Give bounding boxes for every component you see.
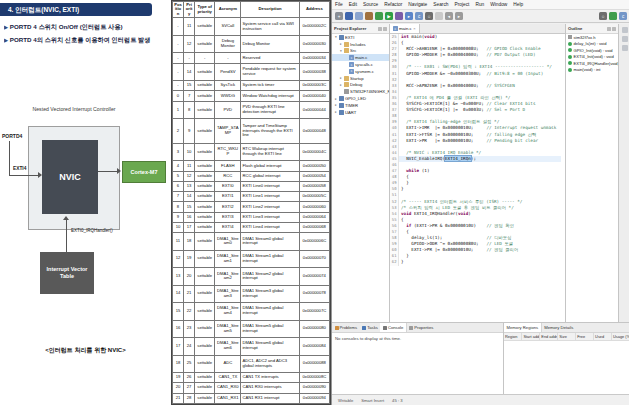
table-row: 1421settableDMA1_Stream3DMA1 Stream3 glo…: [173, 285, 330, 302]
tree-item-syscalls-c[interactable]: csyscalls.c: [332, 61, 389, 68]
search-icon[interactable]: ○: [425, 12, 433, 20]
memory-column-used[interactable]: Used: [594, 333, 612, 341]
restore-view-icon[interactable]: [622, 27, 628, 33]
build-icon[interactable]: [365, 12, 373, 20]
collapse-all-icon[interactable]: [378, 27, 382, 31]
toolbar-right: ○c: [599, 12, 627, 20]
memory-tab-bar: Memory RegionsMemory Details: [504, 323, 629, 333]
column-header: Type of priority: [195, 2, 215, 18]
editor-panel: c main.c × 25int main(void)26{27 RCC->AH…: [390, 24, 566, 322]
tree-item-sysmem-c[interactable]: csysmem.c: [332, 68, 389, 75]
menu-edit[interactable]: Edit: [346, 2, 360, 7]
menu-source[interactable]: Source: [360, 2, 381, 7]
tree-expander-icon[interactable]: ▸: [334, 103, 338, 107]
memory-column-size[interactable]: Size: [558, 333, 576, 341]
outline-item-main-void-int[interactable]: main(void) : int: [566, 67, 618, 74]
folder-icon: [344, 82, 349, 87]
tree-expander-icon[interactable]: ▸: [334, 97, 338, 101]
menu-project[interactable]: Project: [452, 2, 473, 7]
debug-icon[interactable]: [375, 12, 383, 20]
back-icon[interactable]: ◂: [445, 12, 453, 20]
save-icon[interactable]: [345, 12, 353, 20]
tree-expander-icon[interactable]: ▸: [339, 42, 343, 46]
tab-properties[interactable]: Properties: [407, 323, 436, 332]
menu-window[interactable]: Window: [487, 2, 510, 7]
tree-item-timer[interactable]: ▸TIMER: [332, 102, 389, 109]
filter-icon[interactable]: [612, 27, 616, 31]
step-icon[interactable]: ▸: [405, 12, 413, 20]
tab-problems[interactable]: Problems: [332, 323, 360, 332]
profile-icon[interactable]: [395, 12, 403, 20]
tab-memory-details[interactable]: Memory Details: [542, 323, 576, 332]
menu-run[interactable]: Run: [472, 2, 487, 7]
menu-refactor[interactable]: Refactor: [381, 2, 405, 7]
tab-memory-regions[interactable]: Memory Regions: [504, 323, 542, 332]
tree-item-label: UART: [345, 110, 356, 115]
view-menu-icon[interactable]: [383, 27, 387, 31]
tree-item-main-c[interactable]: cmain.c: [332, 54, 389, 61]
table-row: 1522settableDMA1_Stream4DMA1 Stream4 glo…: [173, 303, 330, 320]
table-row: 07settableWWDGWindow Watchdog interrupt0…: [173, 91, 330, 101]
fast-view-bar: [619, 24, 629, 322]
tree-item-uart[interactable]: ▸UART: [332, 109, 389, 116]
forward-icon[interactable]: ▸: [455, 12, 463, 20]
editor-tab-main-c[interactable]: c main.c ×: [390, 24, 420, 33]
portd-arrowhead-icon: [38, 172, 42, 178]
code-area[interactable]: 25int main(void)26{27 RCC->AHB1ENR |= 0x…: [390, 34, 561, 322]
new-wizard-icon[interactable]: +: [335, 12, 343, 20]
memory-column-usage[interactable]: Usage (%): [612, 333, 629, 341]
build-analyzer-icon[interactable]: [622, 36, 628, 42]
quick-access-search-icon[interactable]: ○: [599, 12, 607, 20]
tree-item-gpio-led[interactable]: ▸GPIO_LED: [332, 95, 389, 102]
table-header-row: PositionPriorityType of priorityAcronymD…: [173, 2, 330, 18]
save-all-icon[interactable]: [355, 12, 363, 20]
cfile-icon: c: [349, 55, 354, 60]
table-row: 1320settableDMA1_Stream2DMA1 Stream2 glo…: [173, 268, 330, 285]
tree-expander-icon[interactable]: ▸: [339, 83, 343, 87]
memory-column-start-address[interactable]: Start address: [522, 333, 540, 341]
tree-item-stm32f746nghx-flash-ld[interactable]: STM32F746NGHX_FLASH.ld: [332, 88, 389, 95]
memory-column-free[interactable]: Free: [576, 333, 594, 341]
menu-search[interactable]: Search: [430, 2, 451, 7]
table-row: -14settablePendSVPendable request for sy…: [173, 63, 330, 80]
table-row: 1825settableADCADC1, ADC2 and ADC3 globa…: [173, 355, 330, 372]
column-header: Position: [173, 2, 184, 18]
menu-navigate[interactable]: Navigate: [405, 2, 430, 7]
tree-expander-icon[interactable]: ▸: [339, 76, 343, 80]
run-icon[interactable]: ▶: [385, 12, 393, 20]
memory-column-region[interactable]: Region: [504, 333, 522, 341]
tree-item-exti[interactable]: ▾EXTI: [332, 34, 389, 41]
tree-item-src[interactable]: ▾Src: [332, 48, 389, 55]
c-cpp-perspective-icon[interactable]: c: [619, 12, 627, 20]
code-line[interactable]: 31 GPIOD->MODER &= ~0x00000300U; // Bit9…: [390, 71, 561, 77]
new-cpp-icon[interactable]: c: [415, 12, 423, 20]
debug-perspective-icon[interactable]: [609, 12, 617, 20]
outline-item-exti4-init-void-void[interactable]: EXTI4_Init(void) : void: [566, 54, 618, 61]
annotation-icon[interactable]: [435, 12, 443, 20]
column-header: Address: [299, 2, 329, 18]
close-tab-icon[interactable]: ×: [413, 26, 415, 31]
tree-item-startup[interactable]: ▸Startup: [332, 75, 389, 82]
tree-item-debug[interactable]: ▸Debug: [332, 82, 389, 89]
tree-expander-icon[interactable]: ▸: [334, 110, 338, 114]
table-row: -15settableSysTickSystem tick timer0x000…: [173, 81, 330, 91]
function-icon: [568, 61, 572, 65]
file-icon: [344, 89, 349, 94]
outline-item-exti4-irqhandler-void-void[interactable]: EXTI4_IRQHandler(void) : void: [566, 60, 618, 67]
menu-file[interactable]: File: [332, 2, 346, 7]
code-line[interactable]: 42 EXTI->PR |= 0x00000010U; // Pending b…: [390, 138, 561, 144]
outline-item-gpio-init-void-void[interactable]: GPIO_Init(void) : void: [566, 47, 618, 54]
memory-column-end-address[interactable]: End address: [540, 333, 558, 341]
static-stack-icon[interactable]: [622, 45, 628, 51]
tab-console[interactable]: Console: [380, 323, 406, 332]
code-line[interactable]: 62}: [390, 259, 561, 265]
sort-icon[interactable]: [607, 27, 611, 31]
tab-tasks[interactable]: Tasks: [360, 323, 381, 332]
handler-arrow-vline: [66, 220, 67, 252]
tree-item-includes[interactable]: ▸Includes: [332, 41, 389, 48]
table-row: 815settableEXTI2EXTI Line2 interrupt0x00…: [173, 202, 330, 212]
tree-expander-icon[interactable]: ▾: [339, 49, 343, 53]
tree-expander-icon[interactable]: ▾: [334, 35, 338, 39]
code-line[interactable]: 28 GPIOD->MODER |= 0x00004000U; // PD7 O…: [390, 52, 561, 58]
menu-help[interactable]: Help: [510, 2, 526, 7]
